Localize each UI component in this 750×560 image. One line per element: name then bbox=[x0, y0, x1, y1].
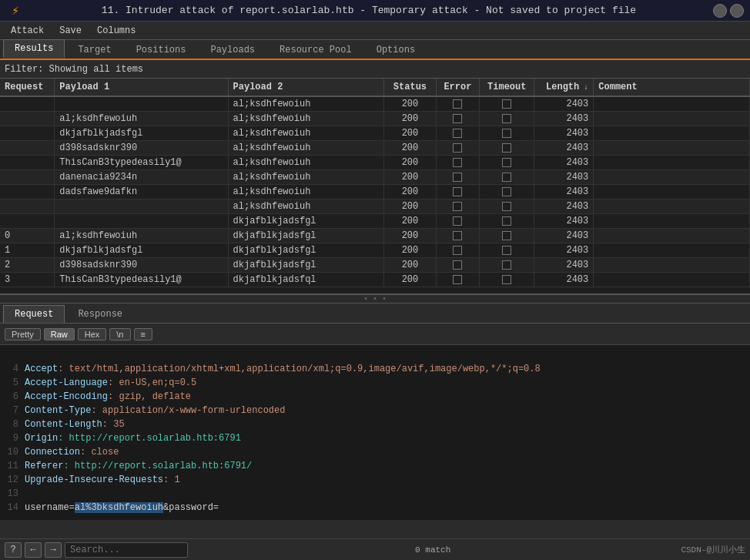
btn-hex[interactable]: Hex bbox=[78, 328, 107, 340]
col-header-error[interactable]: Error bbox=[436, 79, 479, 96]
col-header-request[interactable]: Request bbox=[0, 79, 55, 96]
tab-resource-pool[interactable]: Resource Pool bbox=[268, 41, 363, 59]
resize-divider[interactable]: • • • bbox=[0, 294, 750, 303]
col-header-payload2[interactable]: Payload 2 bbox=[228, 79, 384, 96]
tab-options[interactable]: Options bbox=[365, 41, 427, 59]
checkbox[interactable] bbox=[453, 114, 462, 123]
table-row[interactable]: al;ksdhfewoiuh2002403 bbox=[0, 96, 750, 112]
col-header-status[interactable]: Status bbox=[384, 79, 437, 96]
table-cell[interactable] bbox=[436, 229, 479, 243]
results-table-container[interactable]: Request Payload 1 Payload 2 Status Error… bbox=[0, 79, 750, 294]
checkbox[interactable] bbox=[502, 173, 511, 182]
menu-columns[interactable]: Columns bbox=[89, 24, 143, 38]
checkbox[interactable] bbox=[453, 158, 462, 167]
checkbox[interactable] bbox=[502, 158, 511, 167]
tab-positions[interactable]: Positions bbox=[125, 41, 198, 59]
table-cell[interactable] bbox=[480, 273, 534, 287]
tab-payloads[interactable]: Payloads bbox=[199, 41, 266, 59]
checkbox[interactable] bbox=[502, 187, 511, 196]
table-cell[interactable] bbox=[436, 200, 479, 214]
table-row[interactable]: 0al;ksdhfewoiuhdkjafblkjadsfgl2002403 bbox=[0, 229, 750, 243]
table-cell[interactable] bbox=[436, 126, 479, 141]
checkbox[interactable] bbox=[502, 99, 511, 109]
table-cell[interactable] bbox=[436, 214, 479, 229]
checkbox[interactable] bbox=[502, 275, 511, 284]
table-cell[interactable] bbox=[480, 229, 534, 243]
checkbox[interactable] bbox=[453, 143, 462, 153]
table-row[interactable]: 2d398sadsknr390dkjafblkjadsfgl2002403 bbox=[0, 258, 750, 273]
table-cell[interactable] bbox=[436, 273, 479, 287]
table-cell[interactable] bbox=[480, 200, 534, 214]
table-row[interactable]: al;ksdhfewoiuh2002403 bbox=[0, 200, 750, 214]
checkbox[interactable] bbox=[502, 129, 511, 138]
checkbox[interactable] bbox=[453, 216, 462, 226]
checkbox[interactable] bbox=[453, 129, 462, 138]
checkbox[interactable] bbox=[453, 260, 462, 270]
forward-icon-btn[interactable]: → bbox=[45, 542, 62, 558]
checkbox[interactable] bbox=[502, 216, 511, 226]
table-cell[interactable] bbox=[436, 156, 479, 170]
table-cell[interactable] bbox=[480, 214, 534, 229]
table-row[interactable]: dadsfawe9dafknal;ksdhfewoiuh2002403 bbox=[0, 185, 750, 200]
btn-newline[interactable]: \n bbox=[109, 328, 130, 340]
col-header-payload1[interactable]: Payload 1 bbox=[55, 79, 228, 96]
table-cell: 2403 bbox=[534, 214, 594, 229]
table-cell[interactable] bbox=[436, 243, 479, 258]
checkbox[interactable] bbox=[502, 231, 511, 240]
checkbox[interactable] bbox=[502, 202, 511, 211]
table-cell[interactable] bbox=[480, 126, 534, 141]
checkbox[interactable] bbox=[453, 187, 462, 196]
btn-pretty[interactable]: Pretty bbox=[5, 328, 41, 340]
tab-results[interactable]: Results bbox=[3, 39, 65, 59]
menu-save[interactable]: Save bbox=[52, 24, 89, 38]
table-row[interactable]: dkjafblkjadsfglal;ksdhfewoiuh2002403 bbox=[0, 126, 750, 141]
table-cell[interactable] bbox=[436, 141, 479, 156]
tab-target[interactable]: Target bbox=[66, 41, 122, 59]
col-header-comment[interactable]: Comment bbox=[594, 79, 750, 96]
checkbox[interactable] bbox=[453, 275, 462, 284]
table-cell[interactable] bbox=[480, 141, 534, 156]
table-row[interactable]: d398sadsknr390al;ksdhfewoiuh2002403 bbox=[0, 141, 750, 156]
checkbox[interactable] bbox=[453, 231, 462, 240]
code-editor[interactable]: 4Accept: text/html,application/xhtml+xml… bbox=[0, 345, 750, 520]
table-row[interactable]: ThisCanB3typedeasily1@al;ksdhfewoiuh2002… bbox=[0, 156, 750, 170]
col-header-length[interactable]: Length bbox=[534, 79, 594, 96]
menu-attack[interactable]: Attack bbox=[3, 24, 52, 38]
table-cell[interactable] bbox=[480, 112, 534, 126]
tab-request[interactable]: Request bbox=[3, 305, 65, 323]
search-input[interactable] bbox=[65, 542, 188, 558]
table-cell[interactable] bbox=[436, 112, 479, 126]
table-cell: 200 bbox=[384, 141, 437, 156]
table-row[interactable]: danenacia9234nal;ksdhfewoiuh2002403 bbox=[0, 170, 750, 185]
help-icon-btn[interactable]: ? bbox=[5, 542, 22, 558]
table-cell[interactable] bbox=[436, 170, 479, 185]
checkbox[interactable] bbox=[502, 143, 511, 153]
col-header-timeout[interactable]: Timeout bbox=[480, 79, 534, 96]
table-cell[interactable] bbox=[480, 156, 534, 170]
checkbox[interactable] bbox=[453, 173, 462, 182]
table-cell[interactable] bbox=[480, 96, 534, 112]
table-cell[interactable] bbox=[480, 258, 534, 273]
maximize-button[interactable] bbox=[730, 4, 744, 18]
btn-raw[interactable]: Raw bbox=[44, 328, 75, 340]
table-row[interactable]: al;ksdhfewoiuhal;ksdhfewoiuh2002403 bbox=[0, 112, 750, 126]
btn-menu[interactable]: ≡ bbox=[134, 328, 152, 340]
table-row[interactable]: 3ThisCanB3typedeasily1@dkjafblkjadsfql20… bbox=[0, 273, 750, 287]
table-cell[interactable] bbox=[480, 185, 534, 200]
table-cell[interactable] bbox=[436, 258, 479, 273]
checkbox[interactable] bbox=[502, 246, 511, 255]
tab-response[interactable]: Response bbox=[66, 305, 134, 323]
table-cell[interactable] bbox=[480, 243, 534, 258]
checkbox[interactable] bbox=[453, 246, 462, 255]
table-cell[interactable] bbox=[436, 185, 479, 200]
table-row[interactable]: 1dkjafblkjadsfgldkjafblkjadsfgl2002403 bbox=[0, 243, 750, 258]
minimize-button[interactable] bbox=[713, 4, 727, 18]
back-icon-btn[interactable]: ← bbox=[25, 542, 42, 558]
table-row[interactable]: dkjafblkjadsfgl2002403 bbox=[0, 214, 750, 229]
table-cell[interactable] bbox=[480, 170, 534, 185]
checkbox[interactable] bbox=[453, 202, 462, 211]
checkbox[interactable] bbox=[502, 114, 511, 123]
checkbox[interactable] bbox=[453, 99, 462, 109]
table-cell[interactable] bbox=[436, 96, 479, 112]
checkbox[interactable] bbox=[502, 260, 511, 270]
